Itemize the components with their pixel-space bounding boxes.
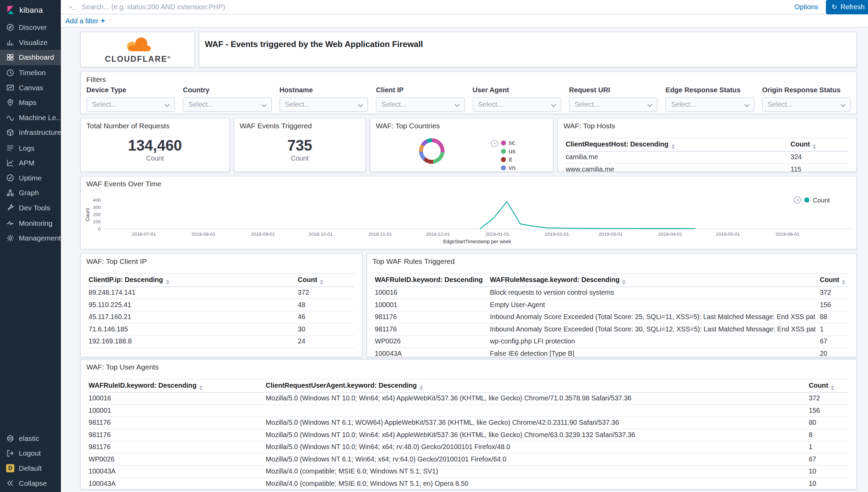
countries-donut-chart[interactable] (419, 138, 444, 164)
table-cell: camilia.me (566, 153, 786, 161)
table-cell: 67 (809, 455, 848, 463)
sort-icon (199, 386, 203, 390)
legend-collapse-icon[interactable]: « (491, 140, 498, 147)
filter-select-edge-response-status[interactable]: Select... (665, 97, 754, 112)
filter-select-device-type[interactable]: Select... (87, 97, 175, 112)
svg-text:2018-09-01: 2018-09-01 (251, 232, 275, 237)
sidebar-item-timelion[interactable]: Timelion (0, 65, 61, 80)
filter-select-request-uri[interactable]: Select... (569, 97, 658, 112)
table-cell: WP0026 (89, 455, 261, 463)
table-cell: 100001 (89, 407, 261, 414)
column-header-clientip-ip-descending[interactable]: ClientIP.ip: Descending (89, 276, 294, 284)
events-line-chart[interactable]: 01002003004002018-07-012018-08-012018-09… (84, 186, 854, 247)
filter-select-user-agent[interactable]: Select... (472, 97, 561, 112)
sidebar-item-label: Discover (19, 23, 47, 32)
sidebar-item-ml[interactable]: Machine Le... (0, 110, 61, 125)
refresh-button[interactable]: ↻ Refresh (826, 0, 868, 14)
filter-select-client-ip[interactable]: Select... (376, 97, 465, 112)
column-header-wafrulemessage-keyword-descending[interactable]: WAFRuleMessage.keyword: Descending (490, 276, 815, 284)
column-header-count[interactable]: Count (809, 382, 848, 389)
column-header-wafruleid-keyword-descending[interactable]: WAFRuleID.keyword: Descending (89, 382, 261, 389)
panel-top-countries: WAF: Top Countries « scusitvn (370, 118, 553, 172)
table-cell: 100043A (89, 467, 261, 475)
add-filter-link[interactable]: Add a filter + (65, 16, 105, 25)
panel-events-over-time: WAF Events Over Time « Count 01002003004… (80, 176, 857, 249)
sidebar-item-space[interactable]: DDefault (0, 461, 61, 476)
legend-item-sc[interactable]: sc (501, 139, 515, 146)
column-header-wafruleid-keyword-descending[interactable]: WAFRuleID.keyword: Descending (375, 276, 485, 284)
options-link[interactable]: Options (795, 3, 818, 11)
sidebar-item-uptime[interactable]: Uptime (0, 170, 61, 185)
table-cell: Mozilla/4.0 (compatible; MSIE 6.0; Windo… (266, 467, 804, 475)
legend-item-it[interactable]: it (501, 156, 515, 163)
sidebar-item-label: Infrastructure (19, 129, 61, 137)
filter-select-origin-response-status[interactable]: Select... (762, 97, 851, 112)
column-header-count[interactable]: Count (790, 140, 848, 148)
filter-select-hostname[interactable]: Select... (279, 97, 368, 112)
refresh-label: Refresh (841, 3, 865, 11)
table-row: 100043AFalse IE6 detection [Type B]20 (375, 348, 848, 357)
svg-text:400: 400 (93, 198, 101, 203)
column-header-count[interactable]: Count (820, 276, 849, 284)
sidebar-item-visualize[interactable]: Visualize (0, 35, 61, 50)
sidebar-item-maps[interactable]: Maps (0, 95, 61, 110)
top-waf-rules-table: WAFRuleID.keyword: DescendingWAFRuleMess… (375, 273, 848, 357)
table-cell: 324 (790, 153, 848, 161)
legend-dot (501, 157, 506, 162)
filters-panel: Filters Device TypeSelect...CountrySelec… (80, 71, 857, 114)
legend-item-us[interactable]: us (501, 148, 515, 154)
column-header-clientrequestuseragent-keyword-descending[interactable]: ClientRequestUserAgent.keyword: Descendi… (266, 382, 804, 389)
sidebar-item-label: Visualize (19, 38, 48, 47)
table-cell: Mozilla/5.0 (Windows NT 6.1; WOW64) Appl… (266, 419, 804, 426)
svg-text:200: 200 (93, 212, 101, 217)
column-header-clientrequesthost-descending[interactable]: ClientRequestHost: Descending (566, 140, 786, 148)
sidebar-item-apm[interactable]: APM (0, 155, 61, 171)
table-row: 71.6.146.18530 (89, 323, 354, 335)
table-row: WP0026Mozilla/5.0 (Windows NT 6.1; Win64… (89, 453, 849, 465)
column-header-count[interactable]: Count (298, 276, 354, 284)
sidebar-item-logout[interactable]: Logout (0, 446, 61, 461)
sidebar-item-label: Dev Tools (19, 204, 50, 212)
table-cell: www.camilia.me (566, 165, 786, 172)
sidebar-item-elastic[interactable]: elastic (0, 431, 61, 446)
filter-select-country[interactable]: Select... (183, 97, 272, 112)
sidebar-item-infrastructure[interactable]: Infrastructure (0, 125, 61, 140)
table-header-row: WAFRuleID.keyword: DescendingClientReque… (89, 379, 849, 392)
sort-icon (671, 144, 675, 149)
search-input[interactable] (81, 2, 787, 11)
table-row: 100001Empty User-Agent156 (375, 299, 848, 311)
sidebar-item-discover[interactable]: Discover (0, 20, 61, 35)
sidebar-item-collapse[interactable]: Collapse (0, 476, 61, 491)
legend-item-vn[interactable]: vn (501, 164, 515, 171)
filter-field-device-type: Device TypeSelect... (87, 86, 175, 112)
svg-text:2019-04-01: 2019-04-01 (658, 232, 682, 237)
panel-top-waf-rules: Top WAF Rules Triggered WAFRuleID.keywor… (366, 253, 857, 357)
table-cell: wp-config.php LFI protection (490, 337, 815, 345)
sidebar-item-label: Collapse (19, 479, 47, 488)
kibana-logo[interactable]: kibana (0, 0, 61, 20)
sidebar-item-graph[interactable]: Graph (0, 185, 61, 200)
sidebar-item-devtools[interactable]: Dev Tools (0, 200, 61, 215)
sidebar-item-label: Dashboard (19, 54, 54, 62)
table-cell: 981176 (375, 313, 485, 321)
filter-label: Edge Response Status (665, 86, 754, 94)
canvas-icon (6, 83, 14, 92)
table-cell: 372 (820, 289, 849, 297)
sidebar-item-management[interactable]: Management (0, 231, 61, 246)
table-cell: 10 (809, 480, 848, 488)
sidebar-item-dashboard[interactable]: Dashboard (0, 50, 61, 65)
svg-text:2018-08-01: 2018-08-01 (191, 232, 215, 237)
logout-icon (6, 449, 14, 457)
query-bar: >_ Options ↻ Refresh (61, 0, 868, 14)
sidebar-item-label: APM (19, 159, 34, 167)
sidebar-footer: elasticLogoutDDefaultCollapse (0, 431, 61, 492)
filter-label: Origin Response Status (762, 86, 851, 94)
table-cell: 100043A (375, 350, 485, 358)
svg-text:2018-07-01: 2018-07-01 (132, 232, 156, 237)
sidebar-item-monitoring[interactable]: Monitoring (0, 215, 61, 231)
timelion-icon (6, 68, 14, 77)
svg-text:100: 100 (93, 219, 101, 224)
table-row: 981176Inbound Anomaly Score Exceeded (To… (375, 311, 848, 323)
sidebar-item-canvas[interactable]: Canvas (0, 80, 61, 95)
sidebar-item-logs[interactable]: Logs (0, 140, 61, 155)
